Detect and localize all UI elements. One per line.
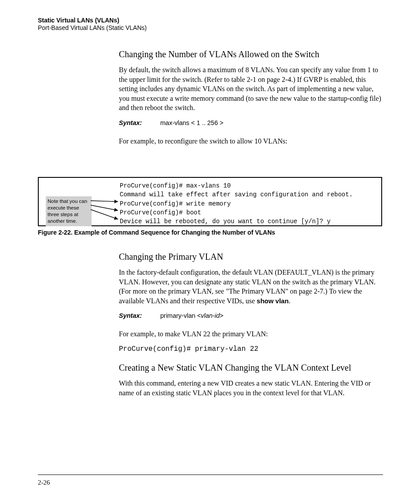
svg-line-1 bbox=[91, 205, 118, 210]
syntax-line: Syntax: max-vlans < 1 .. 256 > bbox=[119, 119, 383, 127]
terminal-output: ProCurve(config)# max-vlans 10 Command w… bbox=[120, 181, 353, 226]
section-paragraph: In the factory-default configuration, th… bbox=[119, 268, 383, 305]
page-number: 2-26 bbox=[38, 479, 50, 486]
figure-callout: Note that you can execute these three st… bbox=[46, 196, 92, 226]
syntax-body: primary-vlan <vlan-id> bbox=[160, 312, 223, 319]
example-command: ProCurve(config)# primary-vlan 22 bbox=[119, 345, 383, 353]
section-paragraph: For example, to reconfigure the switch t… bbox=[119, 136, 383, 146]
section-paragraph: With this command, entering a new VID cr… bbox=[119, 379, 383, 397]
figure-caption: Figure 2-22. Example of Command Sequence… bbox=[38, 229, 382, 236]
body-column-1: Changing the Number of VLANs Allowed on … bbox=[119, 43, 383, 152]
syntax-label: Syntax: bbox=[119, 119, 158, 126]
syntax-label: Syntax: bbox=[119, 312, 158, 319]
text-run: > bbox=[220, 312, 223, 319]
footer-rule bbox=[38, 475, 383, 475]
bold-command: show vlan bbox=[257, 297, 289, 305]
text-run: In the factory-default configuration, th… bbox=[119, 269, 376, 305]
syntax-line: Syntax: primary-vlan <vlan-id> bbox=[119, 312, 383, 320]
svg-line-0 bbox=[91, 201, 118, 202]
text-run: primary-vlan < bbox=[160, 312, 201, 319]
body-column-2: Changing the Primary VLAN In the factory… bbox=[119, 246, 383, 404]
syntax-arg: vlan-id bbox=[201, 312, 220, 319]
text-run: . bbox=[289, 297, 291, 305]
svg-line-2 bbox=[91, 210, 118, 219]
figure-2-22: Note that you can execute these three st… bbox=[38, 177, 382, 236]
syntax-body: max-vlans < 1 .. 256 > bbox=[160, 119, 223, 126]
section-paragraph: For example, to make VLAN 22 the primary… bbox=[119, 329, 383, 339]
running-header-subtitle: Port-Based Virtual LANs (Static VLANs) bbox=[38, 24, 147, 31]
running-header-title: Static Virtual LANs (VLANs) bbox=[38, 17, 119, 24]
section-paragraph: By default, the switch allows a maximum … bbox=[119, 65, 383, 113]
terminal-box: Note that you can execute these three st… bbox=[38, 177, 382, 226]
section-heading-new-static-vlan: Creating a New Static VLAN Changing the … bbox=[119, 362, 383, 373]
section-heading-max-vlans: Changing the Number of VLANs Allowed on … bbox=[119, 48, 383, 60]
section-heading-primary-vlan: Changing the Primary VLAN bbox=[119, 251, 383, 262]
